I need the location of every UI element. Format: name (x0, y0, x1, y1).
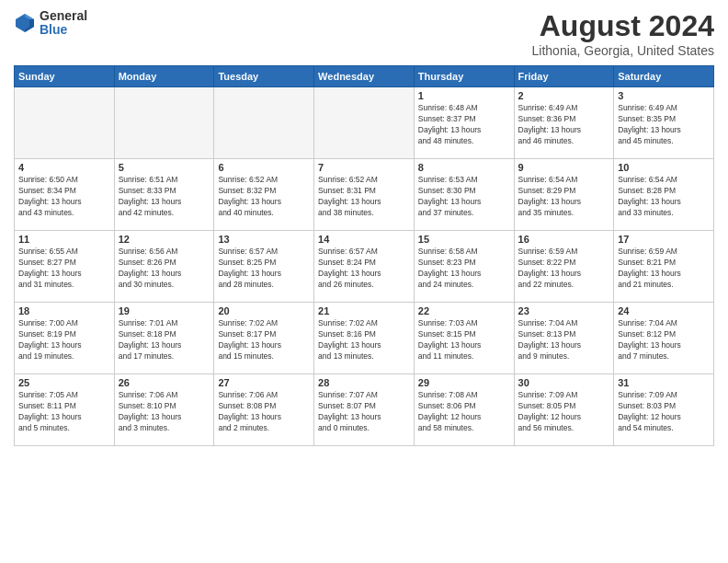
day-number: 31 (618, 377, 710, 388)
calendar-cell: 26Sunrise: 7:06 AM Sunset: 8:10 PM Dayli… (114, 374, 214, 446)
calendar-cell: 3Sunrise: 6:49 AM Sunset: 8:35 PM Daylig… (614, 87, 714, 159)
svg-marker-2 (29, 19, 34, 27)
day-info: Sunrise: 6:51 AM Sunset: 8:33 PM Dayligh… (119, 175, 210, 219)
day-number: 3 (618, 90, 710, 101)
day-info: Sunrise: 7:00 AM Sunset: 8:19 PM Dayligh… (18, 318, 110, 362)
header-cell-thursday: Thursday (414, 66, 514, 87)
day-number: 12 (119, 234, 210, 245)
day-info: Sunrise: 7:01 AM Sunset: 8:18 PM Dayligh… (119, 318, 210, 362)
day-number: 7 (318, 162, 410, 173)
day-number: 22 (418, 305, 510, 316)
logo-blue-text: Blue (40, 23, 87, 37)
calendar-cell: 11Sunrise: 6:55 AM Sunset: 8:27 PM Dayli… (15, 231, 115, 303)
day-info: Sunrise: 6:54 AM Sunset: 8:29 PM Dayligh… (518, 175, 610, 219)
day-number: 6 (218, 162, 310, 173)
day-info: Sunrise: 6:50 AM Sunset: 8:34 PM Dayligh… (18, 175, 110, 219)
calendar-header: SundayMondayTuesdayWednesdayThursdayFrid… (15, 66, 714, 87)
header-cell-saturday: Saturday (614, 66, 714, 87)
day-number: 11 (18, 234, 110, 245)
logo-text: General Blue (40, 9, 87, 38)
calendar-cell (314, 87, 415, 159)
day-number: 10 (618, 162, 710, 173)
day-info: Sunrise: 7:06 AM Sunset: 8:08 PM Dayligh… (218, 390, 310, 434)
calendar-cell: 2Sunrise: 6:49 AM Sunset: 8:36 PM Daylig… (514, 87, 614, 159)
calendar-cell: 10Sunrise: 6:54 AM Sunset: 8:28 PM Dayli… (614, 159, 714, 231)
day-info: Sunrise: 7:04 AM Sunset: 8:12 PM Dayligh… (618, 318, 710, 362)
day-number: 14 (318, 234, 410, 245)
logo: General Blue (14, 9, 87, 38)
main-title: August 2024 (532, 9, 714, 43)
header: General Blue August 2024 Lithonia, Georg… (14, 9, 714, 58)
day-info: Sunrise: 6:56 AM Sunset: 8:26 PM Dayligh… (119, 247, 210, 291)
calendar-cell: 30Sunrise: 7:09 AM Sunset: 8:05 PM Dayli… (514, 374, 614, 446)
day-info: Sunrise: 6:48 AM Sunset: 8:37 PM Dayligh… (418, 103, 510, 147)
week-row-4: 18Sunrise: 7:00 AM Sunset: 8:19 PM Dayli… (15, 303, 714, 374)
day-info: Sunrise: 7:09 AM Sunset: 8:05 PM Dayligh… (518, 390, 610, 434)
day-number: 18 (18, 305, 110, 316)
logo-general-text: General (40, 9, 87, 23)
day-number: 20 (218, 305, 310, 316)
day-info: Sunrise: 7:02 AM Sunset: 8:17 PM Dayligh… (218, 318, 310, 362)
calendar-cell: 24Sunrise: 7:04 AM Sunset: 8:12 PM Dayli… (614, 303, 714, 374)
calendar-cell: 21Sunrise: 7:02 AM Sunset: 8:16 PM Dayli… (314, 303, 415, 374)
day-number: 2 (518, 90, 610, 101)
calendar-cell (214, 87, 314, 159)
day-info: Sunrise: 6:52 AM Sunset: 8:32 PM Dayligh… (218, 175, 310, 219)
calendar-cell: 31Sunrise: 7:09 AM Sunset: 8:03 PM Dayli… (614, 374, 714, 446)
calendar-cell: 18Sunrise: 7:00 AM Sunset: 8:19 PM Dayli… (15, 303, 115, 374)
day-number: 27 (218, 377, 310, 388)
week-row-1: 1Sunrise: 6:48 AM Sunset: 8:37 PM Daylig… (15, 87, 714, 159)
calendar-cell: 4Sunrise: 6:50 AM Sunset: 8:34 PM Daylig… (15, 159, 115, 231)
day-number: 16 (518, 234, 610, 245)
day-number: 13 (218, 234, 310, 245)
calendar-cell: 17Sunrise: 6:59 AM Sunset: 8:21 PM Dayli… (614, 231, 714, 303)
calendar-cell: 9Sunrise: 6:54 AM Sunset: 8:29 PM Daylig… (514, 159, 614, 231)
day-number: 23 (518, 305, 610, 316)
day-number: 19 (119, 305, 210, 316)
calendar-cell: 23Sunrise: 7:04 AM Sunset: 8:13 PM Dayli… (514, 303, 614, 374)
day-info: Sunrise: 6:55 AM Sunset: 8:27 PM Dayligh… (18, 247, 110, 291)
calendar-cell (15, 87, 115, 159)
day-info: Sunrise: 6:49 AM Sunset: 8:35 PM Dayligh… (618, 103, 710, 147)
title-area: August 2024 Lithonia, Georgia, United St… (532, 9, 714, 58)
day-number: 21 (318, 305, 410, 316)
day-info: Sunrise: 6:57 AM Sunset: 8:25 PM Dayligh… (218, 247, 310, 291)
day-info: Sunrise: 7:02 AM Sunset: 8:16 PM Dayligh… (318, 318, 410, 362)
calendar-cell: 27Sunrise: 7:06 AM Sunset: 8:08 PM Dayli… (214, 374, 314, 446)
logo-icon (14, 12, 36, 34)
day-info: Sunrise: 7:06 AM Sunset: 8:10 PM Dayligh… (119, 390, 210, 434)
day-number: 4 (18, 162, 110, 173)
day-info: Sunrise: 7:04 AM Sunset: 8:13 PM Dayligh… (518, 318, 610, 362)
day-number: 28 (318, 377, 410, 388)
subtitle: Lithonia, Georgia, United States (532, 43, 714, 58)
day-number: 30 (518, 377, 610, 388)
calendar-cell: 25Sunrise: 7:05 AM Sunset: 8:11 PM Dayli… (15, 374, 115, 446)
day-info: Sunrise: 6:49 AM Sunset: 8:36 PM Dayligh… (518, 103, 610, 147)
day-info: Sunrise: 7:08 AM Sunset: 8:06 PM Dayligh… (418, 390, 510, 434)
calendar-cell: 8Sunrise: 6:53 AM Sunset: 8:30 PM Daylig… (414, 159, 514, 231)
week-row-5: 25Sunrise: 7:05 AM Sunset: 8:11 PM Dayli… (15, 374, 714, 446)
calendar-cell (114, 87, 214, 159)
day-info: Sunrise: 6:54 AM Sunset: 8:28 PM Dayligh… (618, 175, 710, 219)
calendar-cell: 22Sunrise: 7:03 AM Sunset: 8:15 PM Dayli… (414, 303, 514, 374)
day-number: 17 (618, 234, 710, 245)
header-cell-wednesday: Wednesday (314, 66, 415, 87)
page: General Blue August 2024 Lithonia, Georg… (0, 0, 728, 563)
calendar-cell: 12Sunrise: 6:56 AM Sunset: 8:26 PM Dayli… (114, 231, 214, 303)
calendar-body: 1Sunrise: 6:48 AM Sunset: 8:37 PM Daylig… (15, 87, 714, 446)
header-cell-monday: Monday (114, 66, 214, 87)
day-info: Sunrise: 7:09 AM Sunset: 8:03 PM Dayligh… (618, 390, 710, 434)
calendar-table: SundayMondayTuesdayWednesdayThursdayFrid… (14, 65, 714, 446)
day-number: 5 (119, 162, 210, 173)
calendar-cell: 1Sunrise: 6:48 AM Sunset: 8:37 PM Daylig… (414, 87, 514, 159)
day-info: Sunrise: 7:05 AM Sunset: 8:11 PM Dayligh… (18, 390, 110, 434)
header-cell-tuesday: Tuesday (214, 66, 314, 87)
week-row-3: 11Sunrise: 6:55 AM Sunset: 8:27 PM Dayli… (15, 231, 714, 303)
day-number: 26 (119, 377, 210, 388)
day-info: Sunrise: 6:57 AM Sunset: 8:24 PM Dayligh… (318, 247, 410, 291)
day-info: Sunrise: 6:58 AM Sunset: 8:23 PM Dayligh… (418, 247, 510, 291)
day-info: Sunrise: 6:52 AM Sunset: 8:31 PM Dayligh… (318, 175, 410, 219)
calendar-cell: 28Sunrise: 7:07 AM Sunset: 8:07 PM Dayli… (314, 374, 415, 446)
day-info: Sunrise: 6:59 AM Sunset: 8:22 PM Dayligh… (518, 247, 610, 291)
header-cell-sunday: Sunday (15, 66, 115, 87)
